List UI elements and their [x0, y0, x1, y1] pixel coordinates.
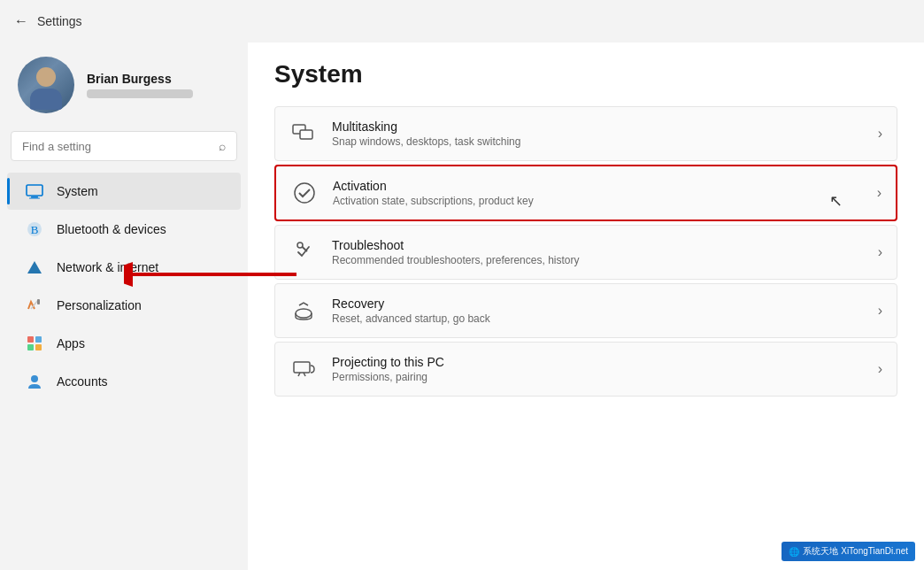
setting-desc-multitasking: Snap windows, desktops, task switching: [332, 135, 520, 148]
bluetooth-icon: B: [25, 220, 44, 239]
watermark-text: 系统天地 XiTongTianDi.net: [803, 545, 908, 558]
paint-icon: [25, 296, 44, 315]
setting-name-recovery: Recovery: [332, 297, 490, 311]
setting-name-projecting: Projecting to this PC: [332, 355, 444, 369]
avatar-image: [18, 57, 74, 113]
setting-name-multitasking: Multitasking: [332, 119, 520, 134]
recovery-icon: [289, 297, 318, 325]
setting-text-recovery: Recovery Reset, advanced startup, go bac…: [332, 297, 490, 325]
back-button[interactable]: ←: [14, 13, 28, 29]
svg-point-19: [296, 309, 312, 318]
apps-icon: [25, 334, 44, 353]
main-layout: Brian Burgess ⌕ Sys: [0, 42, 924, 570]
watermark: 🌐 系统天地 XiTongTianDi.net: [782, 542, 915, 561]
avatar-head: [36, 67, 56, 87]
chevron-right-troubleshoot: ›: [878, 244, 882, 260]
svg-rect-15: [300, 130, 312, 139]
top-bar: ← Settings: [0, 0, 924, 42]
svg-point-16: [295, 183, 314, 203]
search-container: ⌕: [0, 131, 248, 172]
setting-name-activation: Activation: [333, 179, 534, 193]
setting-card-recovery[interactable]: Recovery Reset, advanced startup, go bac…: [274, 283, 897, 338]
setting-card-activation[interactable]: Activation Activation state, subscriptio…: [274, 165, 897, 221]
settings-list: Multitasking Snap windows, desktops, tas…: [274, 106, 897, 400]
setting-card-projecting[interactable]: Projecting to this PC Permissions, pairi…: [274, 342, 897, 397]
svg-point-11: [31, 375, 38, 382]
watermark-globe-icon: 🌐: [789, 547, 799, 557]
search-input[interactable]: [22, 140, 212, 153]
svg-rect-7: [27, 336, 34, 343]
svg-rect-9: [27, 344, 34, 350]
chevron-right-activation: ›: [877, 185, 882, 201]
profile-info: Brian Burgess: [87, 72, 193, 98]
chevron-right-multitasking: ›: [878, 126, 882, 142]
sidebar-item-personalization[interactable]: Personalization: [7, 287, 241, 324]
back-icon: ←: [14, 13, 28, 29]
sidebar-item-label-system: System: [57, 184, 98, 198]
sidebar: Brian Burgess ⌕ Sys: [0, 42, 248, 570]
content-title: System: [274, 60, 897, 89]
avatar-body: [30, 89, 62, 110]
profile-subtitle-bar: [87, 89, 193, 98]
setting-name-troubleshoot: Troubleshoot: [332, 238, 579, 252]
setting-text-projecting: Projecting to this PC Permissions, pairi…: [332, 355, 444, 383]
troubleshoot-icon: [289, 238, 318, 266]
system-icon: [25, 181, 44, 201]
search-icon: ⌕: [219, 139, 226, 153]
profile-name: Brian Burgess: [87, 72, 193, 86]
svg-marker-5: [27, 261, 42, 273]
sidebar-item-label-accounts: Accounts: [57, 374, 108, 389]
avatar-person: [29, 67, 63, 113]
sidebar-item-bluetooth[interactable]: B Bluetooth & devices: [7, 211, 241, 248]
setting-card-multitasking[interactable]: Multitasking Snap windows, desktops, tas…: [274, 106, 897, 161]
svg-text:B: B: [31, 223, 39, 236]
setting-desc-projecting: Permissions, pairing: [332, 371, 444, 383]
chevron-right-projecting: ›: [878, 361, 882, 377]
search-box: ⌕: [11, 131, 237, 161]
avatar: [18, 57, 74, 113]
cursor-icon: ↖: [829, 191, 843, 211]
setting-desc-activation: Activation state, subscriptions, product…: [333, 195, 534, 207]
accounts-icon: [25, 372, 44, 391]
projecting-icon: [289, 355, 318, 383]
sidebar-item-network[interactable]: Network & internet: [7, 249, 241, 286]
svg-rect-6: [37, 299, 40, 304]
svg-rect-20: [294, 362, 310, 373]
setting-desc-recovery: Reset, advanced startup, go back: [332, 312, 490, 325]
setting-text-multitasking: Multitasking Snap windows, desktops, tas…: [332, 119, 520, 148]
profile-section: Brian Burgess: [0, 42, 248, 131]
svg-rect-1: [31, 196, 38, 198]
setting-desc-troubleshoot: Recommended troubleshooters, preferences…: [332, 254, 579, 266]
top-bar-title: Settings: [37, 14, 82, 28]
sidebar-item-label-personalization: Personalization: [57, 298, 142, 312]
setting-card-troubleshoot[interactable]: Troubleshoot Recommended troubleshooters…: [274, 225, 897, 280]
sidebar-item-accounts[interactable]: Accounts: [7, 363, 241, 400]
network-icon: [25, 258, 44, 277]
activation-icon: [290, 179, 319, 207]
sidebar-item-label-bluetooth: Bluetooth & devices: [57, 222, 166, 236]
content-area: System Multitasking Snap windows, deskto…: [248, 42, 924, 570]
svg-rect-0: [27, 185, 42, 196]
sidebar-item-system[interactable]: System: [7, 173, 241, 210]
setting-text-activation: Activation Activation state, subscriptio…: [333, 179, 534, 207]
multitasking-icon: [289, 119, 318, 148]
svg-rect-2: [29, 198, 40, 199]
nav-list: System B Bluetooth & devices: [0, 172, 248, 401]
svg-rect-8: [35, 336, 42, 343]
sidebar-item-apps[interactable]: Apps: [7, 325, 241, 362]
sidebar-item-label-apps: Apps: [57, 336, 85, 350]
svg-rect-10: [35, 344, 42, 350]
sidebar-item-label-network: Network & internet: [57, 260, 158, 274]
chevron-right-recovery: ›: [878, 303, 882, 319]
setting-text-troubleshoot: Troubleshoot Recommended troubleshooters…: [332, 238, 579, 266]
